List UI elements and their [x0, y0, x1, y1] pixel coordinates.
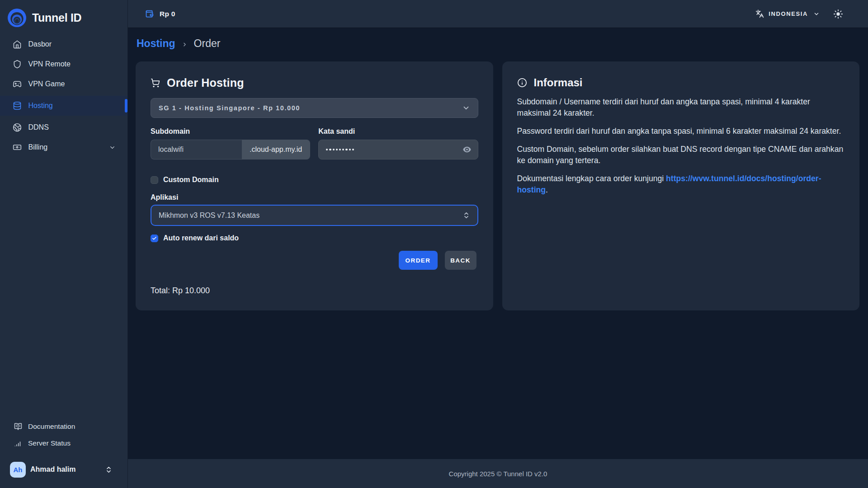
application-select[interactable]: Mikhmon v3 ROS v7.13 Keatas	[151, 205, 478, 226]
shield-icon	[13, 60, 22, 69]
main-column: Rp 0 INDONESIA Hosting Order Order	[128, 0, 868, 488]
user-menu[interactable]: Ah Ahmad halim	[0, 456, 127, 488]
chevron-right-icon	[182, 42, 188, 47]
user-name: Ahmad halim	[30, 465, 75, 474]
subdomain-label: Subdomain	[151, 127, 310, 136]
auto-renew-label: Auto renew dari saldo	[163, 234, 239, 242]
copyright-text: Copyright 2025 © Tunnel ID v2.0	[449, 470, 547, 478]
sun-icon	[833, 9, 843, 19]
shopping-cart-icon	[151, 78, 160, 88]
info-paragraph-docs: Dokumentasi lengkap cara order kunjungi …	[517, 173, 845, 196]
wallet-balance[interactable]: Rp 0	[145, 9, 175, 19]
avatar: Ah	[10, 462, 26, 478]
theme-toggle-button[interactable]	[833, 9, 843, 19]
database-icon	[13, 101, 22, 110]
password-label: Kata sandi	[318, 127, 478, 136]
book-open-icon	[14, 422, 22, 431]
topbar: Rp 0 INDONESIA	[128, 0, 868, 28]
sidebar-item-ddns[interactable]: DDNS	[0, 117, 127, 137]
breadcrumb-current: Order	[194, 38, 221, 50]
breadcrumb-hosting-link[interactable]: Hosting	[137, 38, 175, 50]
sidebar-item-label: DDNS	[28, 123, 49, 131]
sidebar-link-label: Server Status	[28, 439, 71, 447]
sidebar-item-label: Dasbor	[28, 40, 52, 48]
application-select-value: Mikhmon v3 ROS v7.13 Keatas	[159, 211, 259, 220]
order-actions: ORDER BACK	[151, 251, 478, 270]
sidebar-item-hosting[interactable]: Hosting	[0, 96, 127, 116]
order-card-header: Order Hosting	[151, 76, 478, 89]
plan-select-value: SG 1 - Hosting Singapore - Rp 10.000	[159, 104, 300, 112]
custom-domain-checkbox[interactable]	[151, 176, 158, 184]
info-paragraph: Password terdiri dari huruf dan angka ta…	[517, 126, 845, 137]
custom-domain-option[interactable]: Custom Domain	[151, 176, 478, 184]
sidebar-item-dasbor[interactable]: Dasbor	[0, 34, 127, 54]
password-field-group: Kata sandi	[318, 127, 478, 160]
auto-renew-checkbox[interactable]	[151, 235, 158, 242]
credentials-row: Subdomain localwifi .cloud-app.my.id Kat…	[151, 127, 478, 160]
total-price: Total: Rp 10.000	[151, 286, 478, 296]
info-icon	[517, 78, 527, 88]
auto-renew-option[interactable]: Auto renew dari saldo	[151, 234, 478, 242]
cards-grid: Order Hosting SG 1 - Hosting Singapore -…	[136, 61, 859, 310]
languages-icon	[755, 9, 764, 18]
chevrons-up-down-icon	[105, 466, 113, 474]
topbar-right: INDONESIA	[755, 9, 843, 19]
sidebar-item-label: Billing	[28, 143, 48, 151]
plan-select[interactable]: SG 1 - Hosting Singapore - Rp 10.000	[151, 98, 478, 118]
subdomain-input[interactable]: localwifi	[151, 140, 242, 160]
sidebar-link-label: Documentation	[28, 422, 75, 431]
language-picker[interactable]: INDONESIA	[755, 9, 820, 18]
password-input[interactable]	[318, 140, 478, 160]
sidebar-item-vpn-game[interactable]: VPN Game	[0, 74, 127, 94]
chevron-down-icon	[813, 11, 820, 17]
back-button[interactable]: BACK	[445, 251, 476, 270]
chevron-down-icon	[109, 144, 116, 151]
app-label: Aplikasi	[151, 193, 478, 202]
check-icon	[152, 236, 157, 241]
sidebar-item-billing[interactable]: Billing	[0, 137, 127, 157]
subdomain-field-group: Subdomain localwifi .cloud-app.my.id	[151, 127, 310, 160]
info-paragraph: Custom Domain, sebelum order silahkan bu…	[517, 144, 845, 166]
globe-icon	[13, 123, 22, 132]
balance-amount: Rp 0	[160, 10, 175, 18]
brand-name: Tunnel ID	[32, 11, 81, 24]
eye-icon[interactable]	[462, 145, 472, 154]
wallet-icon	[145, 9, 154, 19]
gamepad-icon	[13, 80, 22, 89]
sidebar-item-label: VPN Remote	[28, 60, 71, 68]
signal-bars-icon	[14, 439, 22, 447]
sidebar-item-label: VPN Game	[28, 80, 65, 88]
chevron-down-icon	[462, 104, 470, 112]
info-card-header: Informasi	[517, 76, 845, 89]
sidebar-item-server-status[interactable]: Server Status	[0, 435, 127, 451]
order-hosting-card: Order Hosting SG 1 - Hosting Singapore -…	[136, 61, 493, 310]
banknote-icon	[13, 143, 22, 152]
sidebar-item-vpn-remote[interactable]: VPN Remote	[0, 54, 127, 74]
tunnel-id-logo-icon	[8, 9, 26, 27]
sidebar-bottom: Documentation Server Status Ah Ahmad hal…	[0, 418, 127, 488]
home-icon	[13, 40, 22, 49]
password-masked-value	[326, 149, 354, 150]
footer: Copyright 2025 © Tunnel ID v2.0	[128, 459, 868, 488]
subdomain-suffix: .cloud-app.my.id	[242, 140, 310, 160]
info-paragraph: Subdomain / Username terdiri dari huruf …	[517, 96, 845, 119]
sidebar-item-documentation[interactable]: Documentation	[0, 418, 127, 435]
order-button[interactable]: ORDER	[399, 251, 438, 270]
sidebar: Tunnel ID Dasbor VPN Remote VPN Game Hos…	[0, 0, 128, 488]
sidebar-item-label: Hosting	[28, 102, 53, 110]
content: Hosting Order Order Hosting SG 1 - Hosti…	[128, 28, 868, 459]
docs-text-suffix: .	[546, 185, 548, 194]
sidebar-menu: Dasbor VPN Remote VPN Game Hosting DDNS …	[0, 34, 127, 157]
docs-text-prefix: Dokumentasi lengkap cara order kunjungi	[517, 174, 666, 183]
active-indicator	[125, 99, 127, 113]
custom-domain-label: Custom Domain	[163, 176, 219, 184]
brand[interactable]: Tunnel ID	[0, 0, 127, 28]
info-body: Subdomain / Username terdiri dari huruf …	[517, 96, 845, 196]
info-card-title: Informasi	[534, 76, 583, 89]
chevrons-up-down-icon	[462, 211, 470, 219]
breadcrumb: Hosting Order	[136, 37, 859, 50]
info-card: Informasi Subdomain / Username terdiri d…	[502, 61, 860, 310]
order-card-title: Order Hosting	[167, 76, 244, 89]
language-label: INDONESIA	[769, 10, 808, 17]
